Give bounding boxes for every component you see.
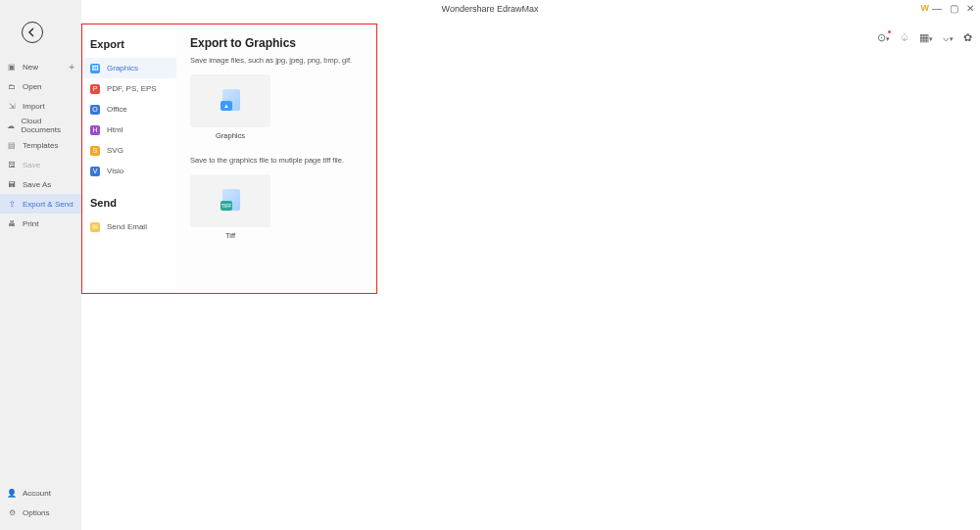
templates-icon: ▤ — [7, 140, 17, 150]
sidebar-item-save-as[interactable]: 🖬 Save As — [0, 174, 81, 194]
sidebar-item-cloud[interactable]: ☁ Cloud Documents — [0, 116, 81, 135]
export-item-graphics[interactable]: 🖼 Graphics — [82, 58, 176, 78]
minimize-button[interactable]: — — [932, 3, 942, 14]
sidebar-label: Account — [23, 489, 51, 498]
save-as-icon: 🖬 — [7, 179, 17, 189]
content-title: Export to Graphics — [190, 36, 363, 50]
email-icon: ✉ — [90, 222, 100, 232]
help-icon[interactable]: ⊙▾ — [877, 31, 890, 44]
send-item-label: Send Email — [107, 222, 147, 231]
pdf-icon: P — [90, 84, 100, 94]
sidebar-label: Import — [23, 102, 45, 111]
cloud-icon: ☁ — [7, 120, 16, 130]
export-item-label: Graphics — [107, 64, 138, 72]
export-panel: Export 🖼 Graphics P PDF, PS, EPS O Offic… — [81, 24, 377, 294]
sidebar-label: Print — [23, 219, 38, 228]
sidebar-label: New — [23, 63, 38, 72]
account-icon: 👤 — [7, 488, 17, 498]
send-item-email[interactable]: ✉ Send Email — [82, 217, 176, 237]
sidebar-label: Save As — [23, 180, 51, 189]
import-icon: ⇲ — [7, 101, 17, 111]
export-item-label: Html — [107, 125, 122, 134]
sidebar-item-import[interactable]: ⇲ Import — [0, 96, 81, 116]
add-icon[interactable]: + — [69, 62, 74, 72]
gear-icon: ⚙ — [7, 507, 17, 517]
sidebar-item-templates[interactable]: ▤ Templates — [0, 135, 81, 155]
export-item-visio[interactable]: V Visio — [82, 161, 176, 181]
export-categories: Export 🖼 Graphics P PDF, PS, EPS O Offic… — [82, 24, 176, 293]
maximize-button[interactable]: ▢ — [950, 3, 958, 14]
visio-icon: V — [90, 167, 100, 176]
app-title: Wondershare EdrawMax — [442, 4, 539, 14]
graphics-icon: 🖼 — [90, 64, 100, 73]
primary-sidebar: ▣ New + 🗀 Open ⇲ Import ☁ Cloud Document… — [0, 0, 81, 530]
sidebar-item-save: 🖫 Save — [0, 155, 81, 174]
print-icon: 🖶 — [7, 218, 17, 228]
office-icon: O — [90, 105, 100, 115]
export-content: Export to Graphics Save image files, suc… — [176, 24, 376, 293]
close-button[interactable]: ✕ — [966, 3, 974, 14]
export-item-label: Visio — [107, 167, 123, 175]
sidebar-item-new[interactable]: ▣ New + — [0, 57, 81, 76]
sidebar-item-account[interactable]: 👤 Account — [0, 483, 81, 503]
sidebar-item-print[interactable]: 🖶 Print — [0, 214, 81, 233]
export-item-office[interactable]: O Office — [82, 99, 176, 120]
folder-icon: 🗀 — [7, 81, 17, 91]
grid-icon[interactable]: ▦▾ — [919, 31, 933, 44]
export-item-label: SVG — [107, 146, 123, 155]
send-heading: Send — [82, 191, 176, 217]
settings-icon[interactable]: ✿ — [963, 31, 972, 44]
html-icon: H — [90, 125, 100, 135]
save-icon: 🖫 — [7, 160, 17, 169]
export-item-label: PDF, PS, EPS — [107, 84, 157, 93]
plus-box-icon: ▣ — [7, 62, 17, 72]
graphics-card-label: Graphics — [190, 131, 270, 140]
back-button[interactable] — [22, 22, 43, 43]
content-desc-2: Save to the graphics file to mutiple pag… — [190, 156, 363, 165]
sidebar-item-open[interactable]: 🗀 Open — [0, 76, 81, 96]
graphics-file-icon: ▲ — [220, 89, 240, 113]
graphics-card[interactable]: ▲ — [190, 74, 270, 127]
sidebar-item-options[interactable]: ⚙ Options — [0, 503, 81, 522]
tiff-card[interactable]: TIFF — [190, 174, 270, 227]
export-item-pdf[interactable]: P PDF, PS, EPS — [82, 78, 176, 99]
sidebar-label: Options — [23, 508, 50, 517]
export-icon: ⇪ — [7, 199, 17, 209]
sidebar-label: Export & Send — [23, 200, 74, 209]
filter-icon[interactable]: ⌵▾ — [943, 31, 954, 44]
svg-icon: S — [90, 146, 100, 156]
export-item-html[interactable]: H Html — [82, 120, 176, 140]
export-item-svg[interactable]: S SVG — [82, 140, 176, 161]
sidebar-label: Save — [23, 161, 40, 169]
export-heading: Export — [82, 32, 176, 58]
content-desc-1: Save image files, such as jpg, jpeg, png… — [190, 56, 363, 65]
sidebar-label: Open — [23, 82, 42, 91]
tiff-file-icon: TIFF — [220, 189, 240, 213]
brand-logo: W — [921, 3, 930, 13]
tiff-card-label: Tiff — [190, 231, 270, 240]
bell-icon[interactable]: ♤ — [900, 31, 909, 44]
sidebar-label: Templates — [23, 141, 58, 150]
sidebar-item-export-send[interactable]: ⇪ Export & Send — [0, 194, 81, 214]
sidebar-label: Cloud Documents — [22, 117, 74, 134]
export-item-label: Office — [107, 105, 127, 114]
